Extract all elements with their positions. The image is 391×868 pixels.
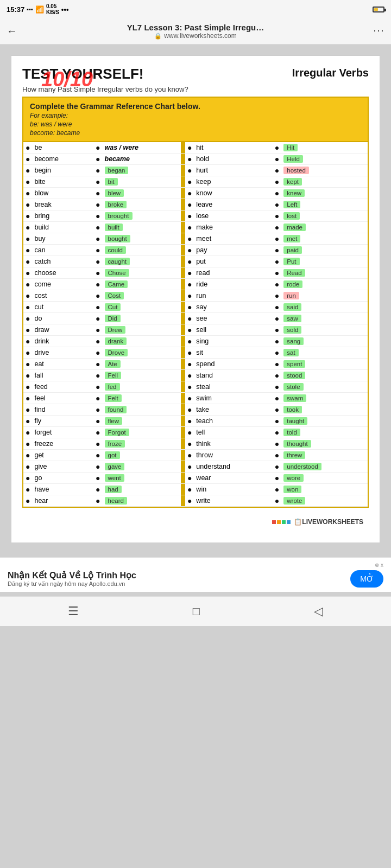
left-base-verb: feed bbox=[32, 381, 93, 393]
right-answer-cell: understood bbox=[281, 461, 368, 473]
left-answer-cell: Chose bbox=[105, 269, 129, 277]
right-answer-green: made bbox=[283, 224, 306, 231]
right-answer-cell: spent bbox=[281, 359, 368, 370]
bullet: ● bbox=[26, 291, 30, 300]
right-answer-green: stood bbox=[283, 372, 305, 379]
right-base-verb: see bbox=[194, 313, 272, 324]
right-answer-cell: wore bbox=[281, 473, 368, 484]
lws-footer: 📋LIVEWORKSHEETS bbox=[22, 511, 369, 526]
bullet: ● bbox=[275, 474, 279, 482]
left-past-cell: Drew bbox=[103, 324, 181, 336]
right-answer-cell: sat bbox=[281, 347, 368, 359]
bullet: ● bbox=[96, 314, 100, 323]
bullet: ● bbox=[275, 428, 279, 437]
left-answer-cell: went bbox=[105, 474, 124, 482]
bullet: ● bbox=[26, 428, 30, 437]
bullet: ● bbox=[26, 326, 30, 334]
bullet: ● bbox=[26, 314, 30, 323]
bullet: ● bbox=[26, 474, 30, 482]
right-answer-cell: saw bbox=[281, 313, 368, 324]
right-base-verb: sell bbox=[194, 324, 272, 336]
left-past-cell: got bbox=[103, 450, 181, 461]
left-base-verb: cost bbox=[32, 290, 93, 302]
left-base-verb: cut bbox=[32, 302, 93, 313]
bullet: ● bbox=[275, 314, 279, 323]
right-answer-cell: hosted bbox=[281, 165, 368, 176]
ad-open-button[interactable]: MỞ bbox=[350, 570, 383, 588]
bullet: ● bbox=[187, 291, 192, 300]
back-nav-icon[interactable]: ◁ bbox=[314, 604, 323, 618]
bullet: ● bbox=[187, 189, 192, 197]
right-answer-green: stole bbox=[283, 383, 303, 391]
left-base-verb: bite bbox=[32, 176, 93, 188]
right-base-verb: write bbox=[194, 495, 272, 507]
left-answer-cell: drank bbox=[105, 337, 127, 345]
bullet: ● bbox=[26, 189, 30, 197]
bullet: ● bbox=[275, 189, 279, 197]
left-base-verb: feel bbox=[32, 393, 93, 404]
bullet: ● bbox=[96, 348, 100, 357]
right-base-verb: hurt bbox=[194, 165, 272, 176]
hamburger-icon[interactable]: ☰ bbox=[68, 604, 79, 618]
bullet: ● bbox=[26, 371, 30, 380]
right-answer-green: met bbox=[283, 235, 300, 242]
browser-url: 🔒 www.liveworksheets.com bbox=[23, 32, 368, 40]
bullet: ● bbox=[187, 417, 192, 425]
right-answer-green: kept bbox=[283, 178, 302, 186]
left-answer-cell: flew bbox=[105, 417, 122, 425]
right-base-verb: hold bbox=[194, 154, 272, 165]
bullet: ● bbox=[187, 439, 192, 448]
bullet: ● bbox=[96, 166, 100, 175]
bullet: ● bbox=[187, 348, 192, 357]
bullet: ● bbox=[275, 360, 279, 368]
right-answer-cell: rode bbox=[281, 279, 368, 290]
status-bar: 15:37 ▪▪▪ 📶 0.05KB/S ••• bbox=[0, 0, 391, 18]
bullet: ● bbox=[187, 451, 192, 459]
bullet: ● bbox=[26, 223, 30, 232]
right-answer-green: Put bbox=[283, 258, 299, 265]
left-past-cell: bit bbox=[103, 176, 181, 188]
bullet: ● bbox=[96, 269, 100, 277]
left-base-verb: eat bbox=[32, 359, 93, 370]
verb-table-container: ●be●was / were●hit●Hit●become●became●hol… bbox=[22, 142, 369, 508]
bullet: ● bbox=[187, 257, 192, 266]
right-base-verb: know bbox=[194, 188, 272, 199]
left-base-verb: fall bbox=[32, 370, 93, 381]
left-answer-cell: blew bbox=[105, 189, 124, 197]
bullet: ● bbox=[275, 417, 279, 425]
left-past-cell: was / were bbox=[103, 142, 181, 154]
right-answer-cell: Read bbox=[281, 267, 368, 279]
left-base-verb: go bbox=[32, 473, 93, 484]
left-past-cell: could bbox=[103, 245, 181, 256]
right-base-verb: understand bbox=[194, 461, 272, 473]
menu-dots-button[interactable]: ⋮ bbox=[374, 25, 384, 37]
bullet: ● bbox=[26, 439, 30, 448]
back-button[interactable]: ← bbox=[7, 25, 17, 37]
home-icon[interactable]: □ bbox=[193, 604, 200, 618]
bullet: ● bbox=[187, 405, 192, 414]
bullet: ● bbox=[187, 234, 192, 243]
right-base-verb: leave bbox=[194, 199, 272, 210]
left-base-verb: find bbox=[32, 404, 93, 416]
bullet: ● bbox=[187, 143, 192, 152]
bullet: ● bbox=[26, 234, 30, 243]
bullet: ● bbox=[275, 405, 279, 414]
bullet: ● bbox=[275, 200, 279, 209]
bullet: ● bbox=[96, 155, 100, 163]
bullet: ● bbox=[26, 394, 30, 403]
left-past-cell: Forgot bbox=[103, 427, 181, 438]
right-answer-green: threw bbox=[283, 451, 305, 459]
left-base-verb: blow bbox=[32, 188, 93, 199]
right-base-verb: meet bbox=[194, 233, 272, 245]
left-base-verb: have bbox=[32, 484, 93, 495]
right-answer-cell: Left bbox=[281, 199, 368, 210]
bullet: ● bbox=[26, 417, 30, 425]
right-answer-cell: kept bbox=[281, 176, 368, 188]
left-base-verb: can bbox=[32, 245, 93, 256]
left-past-cell: Felt bbox=[103, 393, 181, 404]
right-base-verb: stand bbox=[194, 370, 272, 381]
bullet: ● bbox=[275, 371, 279, 380]
bullet: ● bbox=[187, 212, 192, 220]
right-base-verb: lose bbox=[194, 210, 272, 222]
url-text: www.liveworksheets.com bbox=[164, 32, 236, 40]
